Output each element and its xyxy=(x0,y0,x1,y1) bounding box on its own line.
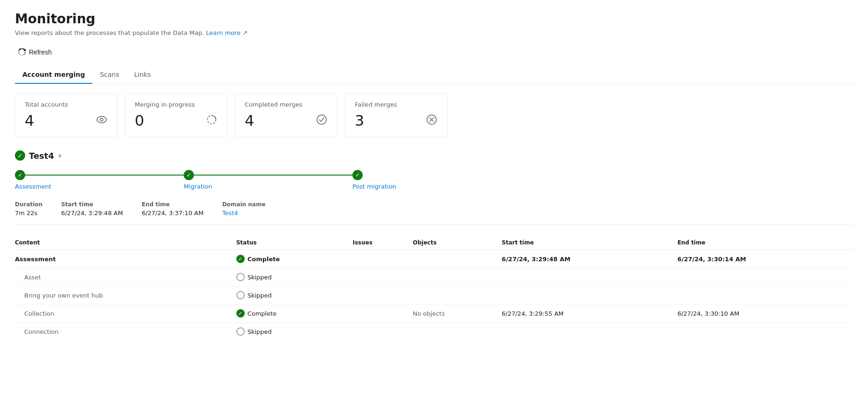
tab-links[interactable]: Links xyxy=(127,66,158,84)
table-cell-content: Bring your own event hub xyxy=(15,286,236,305)
table-cell-start-time xyxy=(502,286,677,305)
account-section: ✓ Test4 ∨ ✓ Assessment ✓ Migration xyxy=(15,150,853,340)
step-line-1 xyxy=(25,175,184,176)
col-header-issues: Issues xyxy=(353,236,413,250)
step-circle-migration: ✓ xyxy=(184,170,194,180)
stat-value-total-accounts: 4 xyxy=(25,112,34,129)
info-domain-label: Domain name xyxy=(222,201,266,208)
step-circle-post-migration: ✓ xyxy=(352,170,363,180)
table-cell-issues xyxy=(353,305,413,323)
complete-icon: ✓ xyxy=(236,309,245,318)
svg-point-0 xyxy=(97,116,106,123)
x-circle-icon xyxy=(426,114,438,128)
stat-label-failed-merges: Failed merges xyxy=(355,101,438,108)
table-cell-objects xyxy=(413,268,502,286)
page-title: Monitoring xyxy=(15,11,853,27)
step-label-post-migration: Post migration xyxy=(352,183,396,190)
table-cell-issues xyxy=(353,323,413,341)
table-cell-end-time xyxy=(677,323,853,341)
skipped-icon xyxy=(236,327,245,336)
account-status-icon: ✓ xyxy=(15,150,25,161)
table-cell-end-time: 6/27/24, 3:30:14 AM xyxy=(677,250,853,268)
step-line-2 xyxy=(194,175,352,176)
tabs-container: Account merging Scans Links xyxy=(15,66,853,84)
table-row: Collection✓CompleteNo objects6/27/24, 3:… xyxy=(15,305,853,323)
step-post-migration: ✓ Post migration xyxy=(352,170,396,190)
toolbar: Refresh xyxy=(15,46,853,59)
table-cell-status: Skipped xyxy=(236,323,353,341)
stat-card-merging-in-progress: Merging in progress 0 xyxy=(125,93,227,137)
step-label-migration: Migration xyxy=(184,183,212,190)
stat-card-failed-merges: Failed merges 3 xyxy=(345,93,448,137)
info-end-time: End time 6/27/24, 3:37:10 AM xyxy=(142,201,204,217)
col-header-objects: Objects xyxy=(413,236,502,250)
col-header-content: Content xyxy=(15,236,236,250)
step-migration: ✓ Migration xyxy=(184,170,352,190)
table-cell-status: ✓Complete xyxy=(236,250,353,268)
info-start-time-label: Start time xyxy=(61,201,123,208)
eye-icon xyxy=(96,114,108,128)
table-row: Bring your own event hubSkipped xyxy=(15,286,853,305)
table-cell-status: Skipped xyxy=(236,268,353,286)
refresh-button[interactable]: Refresh xyxy=(15,46,55,59)
stat-value-failed-merges: 3 xyxy=(355,112,364,129)
stat-card-total-accounts: Total accounts 4 xyxy=(15,93,117,137)
table-cell-issues xyxy=(353,268,413,286)
stats-row: Total accounts 4 Merging in progress 0 xyxy=(15,93,853,137)
learn-more-link[interactable]: Learn more xyxy=(206,29,241,36)
svg-point-3 xyxy=(317,115,326,124)
stat-card-completed-merges: Completed merges 4 xyxy=(235,93,338,137)
step-circle-assessment: ✓ xyxy=(15,170,25,180)
table-cell-status: ✓Complete xyxy=(236,305,353,323)
steps-row: ✓ Assessment ✓ Migration ✓ Post migratio… xyxy=(15,170,853,190)
tab-scans[interactable]: Scans xyxy=(92,66,126,84)
stat-value-completed-merges: 4 xyxy=(245,112,254,129)
skipped-icon xyxy=(236,273,245,281)
table-row: AssetSkipped xyxy=(15,268,853,286)
table-cell-start-time: 6/27/24, 3:29:55 AM xyxy=(502,305,677,323)
table-cell-content: Asset xyxy=(15,268,236,286)
table-cell-objects xyxy=(413,323,502,341)
table-cell-issues xyxy=(353,250,413,268)
table-cell-content: Connection xyxy=(15,323,236,341)
table-row: ConnectionSkipped xyxy=(15,323,853,341)
stat-label-completed-merges: Completed merges xyxy=(245,101,328,108)
page-subtitle: View reports about the processes that po… xyxy=(15,29,853,36)
stat-label-merging-in-progress: Merging in progress xyxy=(135,101,218,108)
table-cell-end-time: 6/27/24, 3:30:10 AM xyxy=(677,305,853,323)
info-duration-label: Duration xyxy=(15,201,42,208)
check-circle-icon xyxy=(316,114,328,128)
table-cell-end-time xyxy=(677,268,853,286)
account-expand-icon[interactable]: ∨ xyxy=(58,152,62,159)
info-end-time-label: End time xyxy=(142,201,204,208)
sync-icon xyxy=(206,114,218,128)
step-assessment: ✓ Assessment xyxy=(15,170,184,190)
skipped-icon xyxy=(236,291,245,299)
info-domain-value[interactable]: Test4 xyxy=(222,210,266,217)
table-cell-content: Assessment xyxy=(15,250,236,268)
table-cell-objects: No objects xyxy=(413,305,502,323)
info-duration: Duration 7m 22s xyxy=(15,201,42,217)
info-row: Duration 7m 22s Start time 6/27/24, 3:29… xyxy=(15,201,853,224)
info-domain: Domain name Test4 xyxy=(222,201,266,217)
table-cell-issues xyxy=(353,286,413,305)
tab-account-merging[interactable]: Account merging xyxy=(15,66,92,84)
info-duration-value: 7m 22s xyxy=(15,210,42,217)
svg-point-1 xyxy=(100,118,103,121)
table-cell-objects xyxy=(413,250,502,268)
table-cell-status: Skipped xyxy=(236,286,353,305)
account-header: ✓ Test4 ∨ xyxy=(15,150,853,161)
table-cell-start-time xyxy=(502,268,677,286)
content-table: Content Status Issues Objects Start time… xyxy=(15,236,853,340)
table-cell-end-time xyxy=(677,286,853,305)
table-cell-start-time: 6/27/24, 3:29:48 AM xyxy=(502,250,677,268)
col-header-status: Status xyxy=(236,236,353,250)
complete-icon: ✓ xyxy=(236,255,245,263)
col-header-start-time: Start time xyxy=(502,236,677,250)
info-start-time-value: 6/27/24, 3:29:48 AM xyxy=(61,210,123,217)
table-cell-objects xyxy=(413,286,502,305)
stat-label-total-accounts: Total accounts xyxy=(25,101,108,108)
step-label-assessment: Assessment xyxy=(15,183,51,190)
info-start-time: Start time 6/27/24, 3:29:48 AM xyxy=(61,201,123,217)
table-cell-content: Collection xyxy=(15,305,236,323)
